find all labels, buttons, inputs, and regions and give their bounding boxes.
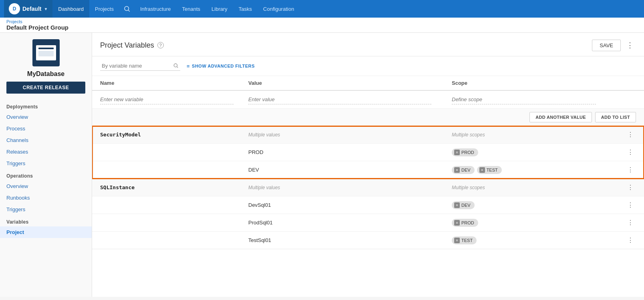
add-to-list-button[interactable]: ADD TO LIST: [595, 112, 636, 122]
col-header-name: Name: [100, 76, 248, 90]
brand-avatar: D: [9, 3, 20, 14]
top-navigation: D Default ▼ Dashboard Projects Infrastru…: [0, 0, 644, 18]
content-header: Project Variables ? SAVE ⋮: [92, 33, 644, 56]
variable-group-securitymodel: SecurityModel Multiple values Multiple s…: [92, 126, 644, 179]
new-variable-scope-input[interactable]: [452, 95, 596, 104]
var-scope-devsql: DEV: [452, 198, 612, 213]
nav-dashboard[interactable]: Dashboard: [52, 0, 89, 18]
save-button[interactable]: SAVE: [592, 40, 621, 51]
var-row-actions-devsql: ⋮: [612, 196, 636, 214]
var-group-multi-values-securitymodel: Multiple values: [248, 128, 452, 142]
var-scope-dev: DEV TEST: [452, 162, 612, 178]
sidebar-item-overview[interactable]: Overview: [0, 111, 92, 123]
nav-projects[interactable]: Projects: [89, 0, 119, 18]
sidebar-item-process[interactable]: Process: [0, 123, 92, 134]
variable-action-row: ADD ANOTHER VALUE ADD TO LIST: [92, 109, 644, 126]
page-title: Project Variables: [100, 41, 154, 50]
help-icon[interactable]: ?: [157, 42, 164, 48]
sidebar-section-operations: Operations: [0, 169, 92, 180]
sidebar-item-channels[interactable]: Channels: [0, 134, 92, 146]
scope-badge-icon-test: [479, 167, 485, 173]
scope-badge-dev: DEV: [452, 166, 475, 174]
breadcrumb-parent[interactable]: Projects: [6, 19, 638, 24]
nav-tasks[interactable]: Tasks: [233, 0, 258, 18]
sidebar-section-variables: Variables: [0, 215, 92, 226]
var-row-actions-testsql: ⋮: [612, 232, 636, 249]
search-input[interactable]: [100, 61, 180, 71]
sidebar-item-triggers-deploy[interactable]: Triggers: [0, 158, 92, 169]
var-group-menu-button-sqlinstance[interactable]: ⋮: [625, 183, 636, 192]
new-variable-value-input[interactable]: [248, 95, 431, 104]
sidebar-item-project-variables[interactable]: Project: [0, 226, 92, 238]
nav-search-icon[interactable]: [119, 0, 135, 18]
var-row-actions-dev: ⋮: [612, 161, 636, 178]
var-empty-name: [100, 149, 248, 156]
nav-configuration[interactable]: Configuration: [258, 0, 300, 18]
svg-line-1: [128, 10, 129, 11]
sidebar: MyDatabase CREATE RELEASE Deployments Ov…: [0, 33, 92, 297]
scope-badge-icon-dev: [454, 167, 460, 173]
table-header-row: Name Value Scope: [92, 76, 644, 91]
nav-library[interactable]: Library: [206, 0, 233, 18]
var-group-menu-button-securitymodel[interactable]: ⋮: [625, 130, 636, 139]
scope-label: PROD: [461, 150, 474, 155]
content-title: Project Variables ?: [100, 41, 164, 50]
new-var-scope-cell: [452, 91, 612, 108]
var-group-header-securitymodel: SecurityModel Multiple values Multiple s…: [92, 126, 644, 143]
project-icon-inner: [36, 45, 56, 60]
create-release-button[interactable]: CREATE RELEASE: [6, 82, 85, 94]
col-header-actions: [612, 76, 636, 90]
var-row-menu-button-prod[interactable]: ⋮: [625, 148, 636, 157]
scope-badge-icon-devsql: [454, 202, 460, 208]
var-row-actions-prodsql: ⋮: [612, 214, 636, 231]
brand-chevron-icon: ▼: [44, 7, 48, 11]
header-actions: SAVE ⋮: [592, 39, 636, 51]
col-header-scope: Scope: [452, 76, 612, 90]
var-scope-prodsql: PROD: [452, 215, 612, 230]
var-group-actions-sqlinstance: ⋮: [612, 179, 636, 196]
more-options-button[interactable]: ⋮: [624, 39, 636, 51]
variable-group-sqlinstance: SQLInstance Multiple values Multiple sco…: [92, 179, 644, 249]
scope-label-prodsql: PROD: [461, 220, 474, 225]
project-icon-box: [32, 39, 60, 66]
filter-icon: ≡: [187, 63, 190, 69]
var-group-multi-scopes-securitymodel: Multiple scopes: [452, 128, 612, 142]
scope-badge-dev-sql: DEV: [452, 201, 475, 209]
new-variable-row: [92, 91, 644, 109]
var-scope-testsql: TEST: [452, 233, 612, 248]
sidebar-item-releases[interactable]: Releases: [0, 146, 92, 158]
scope-badge-icon-prodsql: [454, 220, 460, 226]
var-row-menu-button-dev[interactable]: ⋮: [625, 165, 636, 174]
brand-name: Default: [22, 6, 41, 12]
var-row-menu-button-testsql[interactable]: ⋮: [625, 236, 636, 245]
breadcrumb: Projects Default Project Group: [0, 18, 644, 33]
sidebar-item-ops-overview[interactable]: Overview: [0, 180, 92, 192]
add-another-value-button[interactable]: ADD ANOTHER VALUE: [529, 112, 592, 122]
table-row: ProdSql01 PROD ⋮: [92, 214, 644, 231]
var-row-menu-button-devsql[interactable]: ⋮: [625, 200, 636, 210]
var-empty-name-devsql: [100, 202, 248, 209]
brand-area[interactable]: D Default ▼: [4, 0, 52, 18]
table-row: DevSql01 DEV ⋮: [92, 196, 644, 214]
search-icon: [173, 63, 179, 70]
scope-label-test: TEST: [487, 168, 498, 172]
table-row: DEV DEV TEST ⋮: [92, 161, 644, 178]
nav-infrastructure[interactable]: Infrastructure: [135, 0, 177, 18]
new-variable-name-input[interactable]: [100, 95, 233, 104]
scope-badge-prod-sql: PROD: [452, 219, 478, 227]
var-value-dev: DEV: [248, 163, 452, 176]
filter-bar: ≡ SHOW ADVANCED FILTERS: [92, 56, 644, 76]
var-empty-name-dev: [100, 166, 248, 174]
var-empty-name-prodsql: [100, 219, 248, 226]
var-value-prodsql: ProdSql01: [248, 216, 452, 229]
sidebar-item-runbooks[interactable]: Runbooks: [0, 192, 92, 204]
var-value-testsql: TestSql01: [248, 234, 452, 247]
nav-tenants[interactable]: Tenants: [177, 0, 206, 18]
sidebar-item-triggers-ops[interactable]: Triggers: [0, 204, 92, 215]
scope-label-dev: DEV: [461, 168, 471, 172]
var-row-menu-button-prodsql[interactable]: ⋮: [625, 218, 636, 227]
var-empty-name-testsql: [100, 237, 248, 244]
col-header-value: Value: [248, 76, 452, 90]
scope-label-devsql: DEV: [461, 203, 471, 208]
advanced-filters-button[interactable]: ≡ SHOW ADVANCED FILTERS: [187, 63, 255, 69]
